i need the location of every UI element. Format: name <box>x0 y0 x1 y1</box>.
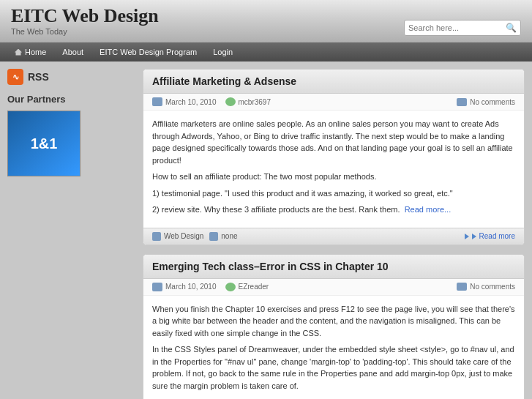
nav-program-label: EITC Web Design Program <box>100 48 197 56</box>
post-2-para-1: When you finish the Chapter 10 exercises… <box>152 303 515 340</box>
post-2-comments-text: No comments <box>470 283 515 291</box>
post-1-tag-text: Web Design <box>164 232 203 240</box>
nav-home[interactable]: Home <box>7 45 53 59</box>
rss-icon: ∿ <box>7 69 23 85</box>
rss-label: RSS <box>28 71 49 83</box>
post-1-date: March 10, 2010 <box>152 97 217 106</box>
home-icon <box>15 49 22 56</box>
nav-login-label: Login <box>213 48 233 56</box>
post-2-author: EZreader <box>225 283 269 291</box>
search-input[interactable] <box>408 23 503 32</box>
post-2-para-2: In the CSS Styles panel of Dreamweaver, … <box>152 343 515 392</box>
arrow-icon <box>465 234 469 239</box>
calendar-icon-2 <box>152 283 162 291</box>
comment-icon <box>457 98 467 106</box>
user-icon-2 <box>225 283 236 291</box>
comment-icon-2 <box>457 283 467 291</box>
sidebar: ∿ RSS Our Partners 1&1 <box>7 69 135 399</box>
calendar-icon <box>152 97 162 106</box>
nav-home-label: Home <box>25 48 46 56</box>
post-1-read-more-inline[interactable]: Read more... <box>405 205 452 214</box>
partner-logo[interactable]: 1&1 <box>7 111 80 176</box>
post-2-author-text: EZreader <box>239 283 269 291</box>
post-1-date-text: March 10, 2010 <box>165 98 217 106</box>
post-2-comments[interactable]: No comments <box>457 283 515 291</box>
post-1-tag2: none <box>209 232 237 241</box>
tag-icon <box>152 232 161 241</box>
post-card-1: Affiliate Marketing & Adsense March 10, … <box>143 69 525 245</box>
post-1-para-2: How to sell an affiliate product: The tw… <box>152 171 515 183</box>
rss-widget[interactable]: ∿ RSS <box>7 69 135 85</box>
post-2-title: Emerging Tech class–Error in CSS in Chap… <box>152 261 515 272</box>
content-area: Affiliate Marketing & Adsense March 10, … <box>143 69 525 399</box>
post-1-tag: Web Design <box>152 232 203 241</box>
post-1-header: Affiliate Marketing & Adsense <box>143 70 524 94</box>
post-1-title: Affiliate Marketing & Adsense <box>152 75 515 87</box>
post-2-date: March 10, 2010 <box>152 283 217 291</box>
main-layout: ∿ RSS Our Partners 1&1 Affiliate Marketi… <box>0 61 532 399</box>
search-box[interactable]: 🔍 <box>404 20 521 36</box>
partner-name: 1&1 <box>31 135 58 152</box>
header-branding: EITC Web Design The Web Today <box>11 5 159 36</box>
search-icon: 🔍 <box>506 23 517 33</box>
post-2-date-text: March 10, 2010 <box>165 283 217 291</box>
post-1-comments[interactable]: No comments <box>457 98 515 106</box>
post-1-para-1: Affiliate marketers are online sales peo… <box>152 118 515 166</box>
site-title: EITC Web Design <box>11 5 159 27</box>
post-1-para-3: 1) testimonial page. "I used this produc… <box>152 187 515 200</box>
post-2-para-3: Susan Mandella <box>152 396 515 399</box>
nav-about[interactable]: About <box>55 45 91 59</box>
post-2-header: Emerging Tech class–Error in CSS in Chap… <box>143 255 524 279</box>
post-1-comments-text: No comments <box>470 98 515 106</box>
nav-program[interactable]: EITC Web Design Program <box>92 45 204 59</box>
nav-login[interactable]: Login <box>206 45 240 59</box>
post-1-para-4-text: 2) review site. Why these 3 affiliate pr… <box>152 205 400 214</box>
post-1-author-text: mcbr3697 <box>239 98 271 106</box>
post-1-footer-read-more-text: Read more <box>479 232 515 240</box>
user-icon <box>225 97 236 106</box>
post-1-footer: Web Design none Read more <box>143 228 524 245</box>
post-2-meta: March 10, 2010 EZreader No comments <box>143 279 524 296</box>
navbar: Home About EITC Web Design Program Login <box>0 42 532 61</box>
post-1-para-4: 2) review site. Why these 3 affiliate pr… <box>152 204 515 216</box>
header: EITC Web Design The Web Today 🔍 <box>0 0 532 42</box>
post-1-body: Affiliate marketers are online sales peo… <box>143 111 524 228</box>
site-subtitle: The Web Today <box>11 27 159 36</box>
post-1-meta: March 10, 2010 mcbr3697 No comments <box>143 94 524 111</box>
post-1-footer-read-more[interactable]: Read more <box>465 232 515 240</box>
post-1-author: mcbr3697 <box>225 97 271 106</box>
post-1-tag2-text: none <box>221 232 237 240</box>
nav-about-label: About <box>62 48 83 56</box>
post-card-2: Emerging Tech class–Error in CSS in Chap… <box>143 254 525 400</box>
partners-title: Our Partners <box>7 94 135 105</box>
post-2-body: When you finish the Chapter 10 exercises… <box>143 296 524 400</box>
tag2-icon <box>209 232 218 241</box>
arrow-icon-2 <box>472 234 476 239</box>
